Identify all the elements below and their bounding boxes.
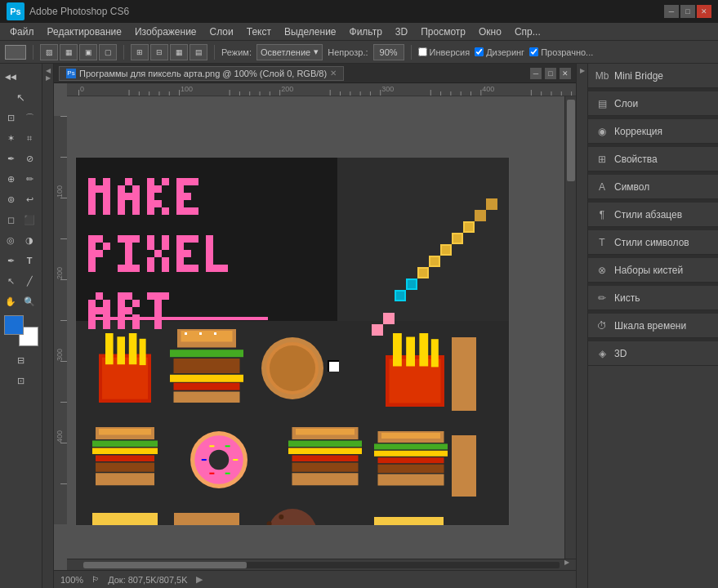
blend-btn-1[interactable]: ▨: [40, 44, 58, 60]
pen-tool[interactable]: ✒: [2, 251, 20, 270]
panel-label-1: Слои: [614, 98, 711, 109]
quick-mask-btn[interactable]: ⊟: [2, 350, 39, 370]
type-tool[interactable]: T: [20, 251, 38, 270]
doc-minimize-btn[interactable]: ─: [530, 68, 542, 79]
blend-btn-4[interactable]: ▢: [99, 44, 117, 60]
panel-item-mini-bridge[interactable]: MbMini Bridge: [588, 64, 718, 88]
color-swatches: [4, 315, 38, 346]
doc-tab-bar: Ps Программы для пиксель арта.png @ 100%…: [54, 64, 576, 83]
dodge-tool[interactable]: ◑: [20, 230, 38, 250]
pixel-art-canvas[interactable]: [75, 157, 510, 526]
panel-label-0: Mini Bridge: [614, 70, 711, 82]
quick-select-tool[interactable]: ✶: [2, 128, 20, 148]
panel-item-свойства[interactable]: ⊞Свойства: [588, 147, 718, 172]
grid-btn-group: ⊞ ⊟ ▦ ▤: [131, 44, 207, 60]
grid-btn-1[interactable]: ⊞: [131, 44, 149, 60]
fill-tool[interactable]: ⬛: [20, 210, 38, 229]
panel-label-4: Символ: [614, 181, 711, 193]
panel-item-слои[interactable]: ▤Слои: [588, 91, 718, 116]
close-button[interactable]: ✕: [697, 5, 711, 18]
clone-stamp-tool[interactable]: ⊚: [2, 189, 20, 209]
canvas-area[interactable]: [67, 149, 564, 541]
document-area: Ps Программы для пиксель арта.png @ 100%…: [54, 64, 576, 588]
panel-label-9: Шкала времени: [614, 320, 711, 332]
menu-item-текст[interactable]: Текст: [240, 24, 278, 39]
ps-logo: Ps: [7, 2, 25, 20]
panel-icon-4: A: [595, 180, 609, 194]
panel-label-10: 3D: [614, 348, 711, 359]
panel-item-коррекция[interactable]: ◉Коррекция: [588, 119, 718, 144]
menu-item-изображение[interactable]: Изображение: [128, 24, 203, 39]
color-swatch[interactable]: [5, 45, 26, 60]
history-brush-tool[interactable]: ↩: [20, 189, 38, 209]
panel-item-стили-абзацев[interactable]: ¶Стили абзацев: [588, 203, 718, 227]
doc-restore-btn[interactable]: □: [545, 68, 556, 79]
panel-item-стили-символов[interactable]: TСтили символов: [588, 230, 718, 255]
panel-icon-7: ⊗: [595, 263, 609, 278]
move-tool[interactable]: ↖: [2, 87, 39, 107]
panel-label-5: Стили абзацев: [614, 209, 711, 220]
statusbar: 100% 🏳 Док: 807,5K/807,5K ▶: [54, 570, 576, 588]
minimize-button[interactable]: ─: [664, 5, 679, 18]
panel-item-кисть[interactable]: ✏Кисть: [588, 286, 718, 310]
panel-item-шкала-времени[interactable]: ⏱Шкала времени: [588, 314, 718, 338]
panel-label-6: Стили символов: [614, 237, 711, 248]
toolbar: ◀◀ ↖ ⊡ ⌒ ✶ ⌗ ✒ ⊘ ⊕ ✏ ⊚ ↩ ◻ ⬛: [0, 64, 42, 588]
blend-btn-2[interactable]: ▦: [60, 44, 78, 60]
doc-tab[interactable]: Ps Программы для пиксель арта.png @ 100%…: [59, 66, 344, 81]
panel-item-символ[interactable]: AСимвол: [588, 175, 718, 199]
panel-icon-10: ◈: [595, 346, 609, 361]
panel-item-наборы-кистей[interactable]: ⊗Наборы кистей: [588, 258, 718, 283]
screen-mode-btn[interactable]: ⊡: [2, 371, 39, 390]
grid-btn-2[interactable]: ⊟: [150, 44, 168, 60]
panel-label-3: Свойства: [614, 154, 711, 165]
fg-color-swatch[interactable]: [4, 315, 24, 335]
menu-item-выделение[interactable]: Выделение: [278, 24, 343, 39]
progress-arrow: ▶: [196, 574, 203, 585]
path-select-tool[interactable]: ↖: [2, 271, 20, 291]
dithering-check: Дизеринг: [475, 47, 524, 57]
crop-tool[interactable]: ⌗: [20, 128, 38, 148]
status-icon[interactable]: 🏳: [91, 575, 100, 584]
menu-item-фильтр[interactable]: Фильтр: [343, 24, 389, 39]
opacity-input[interactable]: [373, 44, 404, 60]
collapse-left-btn[interactable]: ◀◀: [2, 67, 20, 87]
doc-close-btn[interactable]: ✕: [560, 68, 571, 79]
panel-icon-1: ▤: [595, 96, 609, 111]
panel-item-3d[interactable]: ◈3D: [588, 341, 718, 366]
grid-btn-4[interactable]: ▤: [190, 44, 207, 60]
opacity-label: Непрозр.:: [328, 47, 368, 57]
menu-item-3d[interactable]: 3D: [389, 24, 414, 39]
optionsbar: ▨ ▦ ▣ ▢ ⊞ ⊟ ▦ ▤ Режим: Осветление ▾ Непр…: [0, 41, 718, 64]
grid-btn-3[interactable]: ▦: [170, 44, 188, 60]
separator-4: [411, 45, 412, 60]
blend-btn-3[interactable]: ▣: [79, 44, 97, 60]
rect-select-tool[interactable]: ⊡: [2, 108, 20, 127]
menu-item-редактирование[interactable]: Редактирование: [41, 24, 128, 39]
hand-tool[interactable]: ✋: [2, 292, 20, 311]
menu-item-окно[interactable]: Окно: [472, 24, 508, 39]
spot-heal-tool[interactable]: ⊕: [2, 169, 20, 189]
left-collapse-strip[interactable]: ◀ ▶: [42, 64, 54, 588]
lasso-tool[interactable]: ⌒: [20, 108, 38, 127]
menu-item-файл[interactable]: Файл: [3, 24, 41, 39]
separator-3: [214, 45, 215, 60]
panel-label-2: Коррекция: [614, 126, 711, 137]
right-collapse-strip[interactable]: ▶: [576, 64, 587, 588]
ruler-tool[interactable]: ⊘: [20, 149, 38, 168]
brush-tool[interactable]: ✏: [20, 169, 38, 189]
vertical-scrollbar[interactable]: [564, 96, 576, 559]
horizontal-scrollbar[interactable]: ▶: [67, 559, 576, 570]
menu-item-просмотр[interactable]: Просмотр: [414, 24, 472, 39]
eyedropper-tool[interactable]: ✒: [2, 149, 20, 168]
doc-tab-close-btn[interactable]: ✕: [330, 69, 337, 78]
maximize-button[interactable]: □: [680, 5, 695, 18]
blur-tool[interactable]: ◎: [2, 230, 20, 250]
menu-item-спр...[interactable]: Спр...: [508, 24, 547, 39]
menu-item-слои[interactable]: Слои: [203, 24, 240, 39]
zoom-tool[interactable]: 🔍: [20, 292, 38, 311]
eraser-tool[interactable]: ◻: [2, 210, 20, 229]
line-tool[interactable]: ╱: [20, 271, 38, 291]
mode-dropdown[interactable]: Осветление ▾: [256, 44, 323, 60]
panel-icon-3: ⊞: [595, 152, 609, 167]
